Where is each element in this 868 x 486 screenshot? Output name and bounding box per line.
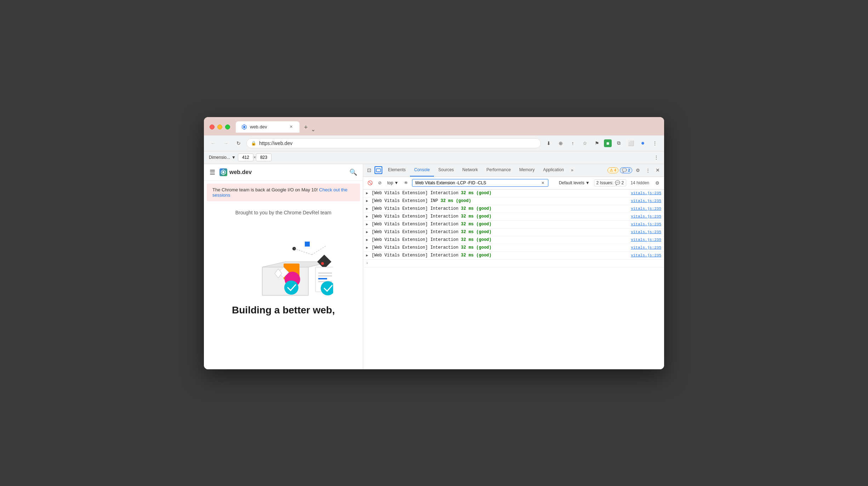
inspect-element-button[interactable]: ⊡ bbox=[365, 166, 373, 174]
devtools-close-button[interactable]: ✕ bbox=[653, 166, 662, 174]
log-source-link[interactable]: vitals.js:235 bbox=[631, 238, 661, 242]
lock-icon: 🔒 bbox=[251, 141, 256, 146]
log-entry[interactable]: ▶ [Web Vitals Extension] Interaction 32 … bbox=[363, 213, 664, 221]
log-source-link[interactable]: vitals.js:235 bbox=[631, 207, 661, 211]
log-source-link[interactable]: vitals.js:235 bbox=[631, 199, 661, 203]
url-display: https://web.dev bbox=[259, 140, 292, 146]
devtools-more-button[interactable]: ⋮ bbox=[644, 166, 652, 174]
forward-button[interactable]: → bbox=[221, 138, 231, 148]
hamburger-menu-button[interactable]: ☰ bbox=[210, 168, 215, 176]
site-logo: web.dev bbox=[219, 168, 252, 176]
tab-application[interactable]: Application bbox=[539, 164, 568, 177]
console-filter-input[interactable] bbox=[412, 179, 548, 187]
log-entry[interactable]: ▶ [Web Vitals Extension] Interaction 32 … bbox=[363, 244, 664, 252]
bookmark-icon[interactable]: ☆ bbox=[580, 138, 590, 148]
windows-dropdown-button[interactable]: ⌄ bbox=[311, 126, 315, 133]
log-source-link[interactable]: vitals.js:235 bbox=[631, 253, 661, 258]
log-source-link[interactable]: vitals.js:235 bbox=[631, 222, 661, 226]
log-text: [Web Vitals Extension] Interaction 32 ms… bbox=[372, 237, 628, 242]
context-selector[interactable]: top ▼ bbox=[386, 180, 400, 186]
log-expand-toggle[interactable]: ▶ bbox=[366, 191, 370, 195]
log-entry[interactable]: ▶ [Web Vitals Extension] Interaction 32 … bbox=[363, 205, 664, 213]
log-expand-toggle[interactable]: ▶ bbox=[366, 245, 370, 250]
log-entry[interactable]: ▶ [Web Vitals Extension] Interaction 32 … bbox=[363, 228, 664, 236]
site-heading: Building a better web, bbox=[210, 305, 357, 316]
log-entry[interactable]: ▶ [Web Vitals Extension] Interaction 32 … bbox=[363, 236, 664, 244]
responsive-dropdown-icon: ▼ bbox=[232, 155, 236, 160]
responsive-mode-selector[interactable]: Dimensio... ▼ bbox=[207, 154, 238, 161]
extension-green-icon[interactable]: ■ bbox=[604, 139, 612, 147]
log-entry[interactable]: ▶ [Web Vitals Extension] Interaction 32 … bbox=[363, 221, 664, 228]
split-view-icon[interactable]: ⬜ bbox=[626, 138, 636, 148]
download-icon[interactable]: ⬇ bbox=[544, 138, 554, 148]
banner-text: The Chrome team is back at Google I/O on… bbox=[212, 187, 319, 192]
tab-sources[interactable]: Sources bbox=[434, 164, 458, 177]
filter-clear-button[interactable]: ✕ bbox=[540, 180, 546, 186]
warning-count: 4 bbox=[614, 168, 616, 172]
maximize-window-button[interactable] bbox=[225, 125, 230, 129]
new-tab-button[interactable]: + bbox=[301, 123, 311, 133]
svg-point-18 bbox=[284, 280, 298, 295]
emulation-more-button[interactable]: ⋮ bbox=[651, 152, 661, 162]
eye-button[interactable]: 👁 bbox=[402, 179, 410, 187]
reload-button[interactable]: ↻ bbox=[234, 138, 244, 148]
tab-performance[interactable]: Performance bbox=[482, 164, 515, 177]
tab-close-button[interactable]: ✕ bbox=[288, 124, 294, 130]
more-menu-icon[interactable]: ⋮ bbox=[650, 138, 660, 148]
website-preview: ☰ web.dev 🔍 The Chrome team is back bbox=[204, 164, 363, 369]
log-expand-toggle[interactable]: ▶ bbox=[366, 253, 370, 258]
extensions-icon[interactable]: ⧉ bbox=[614, 138, 624, 148]
log-expand-toggle[interactable]: ▶ bbox=[366, 214, 370, 219]
address-bar[interactable]: 🔒 https://web.dev bbox=[246, 138, 541, 148]
log-source-link[interactable]: vitals.js:235 bbox=[631, 214, 661, 219]
browser-window: web.dev ✕ + ⌄ ← → ↻ 🔒 https://web.dev ⬇ … bbox=[204, 117, 664, 369]
zoom-icon[interactable]: ⊕ bbox=[556, 138, 566, 148]
site-search-button[interactable]: 🔍 bbox=[349, 168, 357, 176]
flag-icon[interactable]: ⚑ bbox=[592, 138, 602, 148]
width-input[interactable] bbox=[238, 154, 253, 161]
devtools-settings-button[interactable]: ⚙ bbox=[634, 166, 642, 174]
log-levels-label: Default levels bbox=[559, 180, 584, 185]
log-levels-button[interactable]: Default levels ▼ bbox=[557, 180, 592, 186]
close-window-button[interactable] bbox=[210, 125, 215, 129]
log-source-link[interactable]: vitals.js:235 bbox=[631, 191, 661, 195]
tab-memory[interactable]: Memory bbox=[515, 164, 539, 177]
log-expand-toggle[interactable]: ▶ bbox=[366, 207, 370, 211]
info-count: 2 bbox=[628, 168, 630, 172]
log-expand-toggle[interactable]: ▶ bbox=[366, 222, 370, 226]
clear-console-button[interactable]: 🚫 bbox=[366, 179, 374, 187]
minimize-window-button[interactable] bbox=[217, 125, 222, 129]
log-expand-toggle[interactable]: ▶ bbox=[366, 238, 370, 242]
share-icon[interactable]: ↑ bbox=[568, 138, 578, 148]
svg-rect-26 bbox=[376, 169, 381, 172]
console-cursor-row[interactable]: › bbox=[363, 260, 664, 267]
info-badge[interactable]: 💬 2 bbox=[620, 167, 632, 173]
issues-button[interactable]: 2 Issues: 💬 2 bbox=[594, 179, 627, 186]
log-text: [Web Vitals Extension] Interaction 32 ms… bbox=[372, 206, 628, 211]
svg-rect-14 bbox=[318, 272, 332, 274]
log-expand-toggle[interactable]: ▶ bbox=[366, 199, 370, 203]
browser-tab-active[interactable]: web.dev ✕ bbox=[236, 121, 299, 133]
back-button[interactable]: ← bbox=[208, 138, 218, 148]
height-input[interactable] bbox=[256, 154, 272, 161]
device-toolbar-button[interactable] bbox=[375, 166, 382, 174]
site-section: Brought to you by the Chrome DevRel team bbox=[204, 204, 363, 322]
log-entry[interactable]: ▶ [Web Vitals Extension] INP 32 ms (good… bbox=[363, 197, 664, 205]
filter-icon-button[interactable]: ⊘ bbox=[376, 179, 384, 187]
svg-marker-12 bbox=[317, 255, 331, 269]
console-settings-button[interactable]: ⚙ bbox=[653, 179, 661, 187]
profile-icon[interactable]: ● bbox=[638, 138, 648, 148]
info-icon: 💬 bbox=[622, 168, 627, 173]
log-expand-toggle[interactable]: ▶ bbox=[366, 230, 370, 234]
tab-console[interactable]: Console bbox=[410, 164, 434, 177]
log-source-link[interactable]: vitals.js:235 bbox=[631, 245, 661, 250]
log-entry[interactable]: ▶ [Web Vitals Extension] Interaction 32 … bbox=[363, 252, 664, 260]
tab-elements[interactable]: Elements bbox=[384, 164, 410, 177]
tab-network[interactable]: Network bbox=[458, 164, 482, 177]
devtools-panel: ⊡ Elements Console Sourc bbox=[363, 164, 664, 369]
log-entry[interactable]: ▶ [Web Vitals Extension] Interaction 32 … bbox=[363, 190, 664, 197]
warning-badge[interactable]: ⚠ 4 bbox=[607, 167, 618, 173]
log-source-link[interactable]: vitals.js:235 bbox=[631, 230, 661, 234]
more-tabs-button[interactable]: » bbox=[568, 168, 576, 173]
responsive-label: Dimensio... bbox=[209, 155, 230, 160]
